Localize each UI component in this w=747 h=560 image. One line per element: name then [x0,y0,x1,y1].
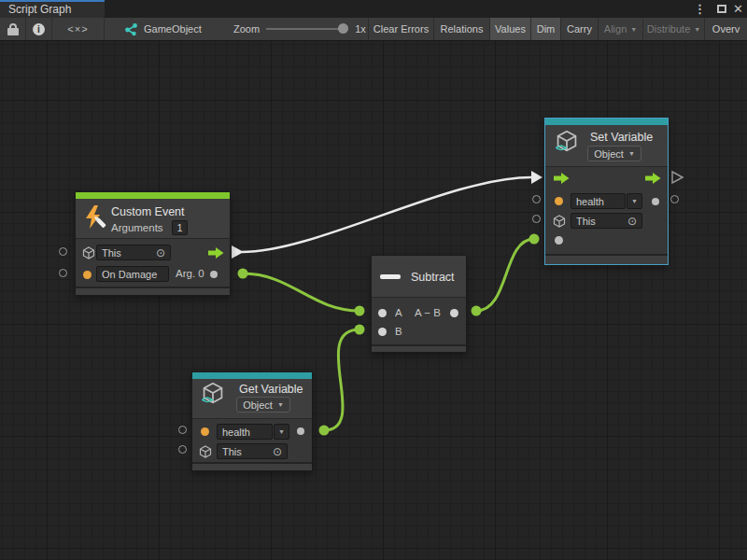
input-a-label: A [395,307,402,318]
graph-target-label: GameObject [144,23,202,35]
port-pin-customevent-this[interactable] [59,247,67,256]
node-title: Get Variable [239,383,303,396]
port-pin-setvariable-out[interactable] [670,195,679,203]
target-field[interactable]: This ⊙ [217,443,288,459]
output-port[interactable] [450,309,458,317]
variable-name-dropdown-caret[interactable]: ▼ [274,424,289,440]
zoom-value: 1x [355,23,366,35]
target-picker-icon[interactable]: ⊙ [273,447,282,456]
overview-button[interactable]: Overv [704,18,747,40]
input-a-port[interactable] [378,309,387,317]
variable-name-port[interactable] [555,197,563,205]
variable-name-dropdown-caret[interactable]: ▼ [627,193,642,209]
variable-icon: <> [553,130,583,158]
node-title: Set Variable [590,131,653,144]
window-maximize-icon[interactable] [717,0,726,18]
variable-scope-dropdown[interactable]: Object ▼ [236,397,290,413]
node-footer [545,254,668,264]
gameobject-cube-icon [553,215,566,228]
node-subtract[interactable]: Subtract A A − B B [371,255,467,353]
caret-down-icon: ▼ [630,26,637,33]
edit-code-button[interactable]: <×> [52,18,105,40]
event-accent-bar [76,192,230,199]
variable-name-field[interactable]: health [571,193,626,209]
event-name-field[interactable]: On Damage [96,266,169,282]
target-field[interactable]: This ⊙ [571,213,642,229]
caret-down-icon: ▼ [277,401,284,408]
minus-icon [380,274,401,279]
node-title: Subtract [411,271,455,284]
tab-title: Script Graph [8,3,71,16]
lock-button[interactable] [0,18,26,40]
graph-target-breadcrumb[interactable]: GameObject [124,18,202,40]
port-pin-customevent-name[interactable] [59,269,67,277]
variable-accent-bar [545,119,668,125]
node-footer [76,287,230,295]
custom-event-icon [82,204,108,231]
target-picker-icon[interactable]: ⊙ [627,217,637,226]
node-get-variable[interactable]: <> Get Variable Object ▼ health ▼ This ⊙ [191,371,313,471]
variable-brackets-icon: <> [556,142,566,153]
flow-output-port[interactable] [645,173,661,184]
window-menu-icon[interactable]: ⋮ [694,0,706,18]
align-dropdown[interactable]: Align▼ [598,18,642,40]
variable-accent-bar [192,372,312,379]
dim-toggle[interactable]: Dim [530,18,560,40]
arguments-label: Arguments [111,222,163,233]
clear-errors-button[interactable]: Clear Errors [368,18,433,40]
node-footer [192,462,312,470]
variable-scope-dropdown[interactable]: Object ▼ [587,146,641,161]
port-pin-getvariable-name[interactable] [178,426,187,434]
output-label: A − B [415,307,441,318]
maximize-glyph [717,5,726,13]
zoom-slider-thumb[interactable] [338,23,348,34]
port-pin-setvariable-this[interactable] [532,215,541,223]
target-field[interactable]: This ⊙ [96,245,171,260]
flow-input-port[interactable] [554,173,570,184]
value-output-port[interactable] [652,198,659,205]
value-output-port[interactable] [297,427,304,435]
lock-icon [7,23,19,35]
variable-icon: <> [199,382,229,410]
new-value-input-port[interactable] [555,236,563,245]
tab-script-graph[interactable]: Script Graph [0,0,105,18]
script-graph-window: Script Graph ⋮ ✕ i <×> GameObject Zoom [0,0,747,560]
node-footer [372,344,466,352]
input-b-label: B [395,326,402,337]
zoom-control: Zoom 1x [233,18,366,40]
input-b-port[interactable] [378,328,387,336]
info-icon: i [33,23,45,35]
zoom-label: Zoom [233,23,260,35]
port-pin-setvariable-name-in[interactable] [532,195,541,203]
tab-strip: Script Graph ⋮ ✕ [0,0,747,18]
gameobject-cube-icon [199,445,212,458]
info-button[interactable]: i [26,18,52,40]
target-picker-icon[interactable]: ⊙ [156,248,165,258]
arg0-label: Arg. 0 [176,268,204,279]
carry-toggle[interactable]: Carry [560,18,598,40]
arguments-input[interactable]: 1 [172,220,188,235]
caret-down-icon: ▼ [628,150,635,157]
zoom-slider[interactable] [266,28,348,30]
port-pin-getvariable-this[interactable] [178,445,187,454]
window-close-icon[interactable]: ✕ [733,0,743,18]
graph-icon [124,22,138,36]
node-title: Custom Event [111,205,185,218]
variable-brackets-icon: <> [202,394,212,405]
distribute-dropdown[interactable]: Distribute▼ [642,18,704,40]
event-name-port[interactable] [83,271,92,279]
node-set-variable[interactable]: <> Set Variable Object ▼ health ▼ This ⊙ [544,118,669,265]
variable-name-port[interactable] [201,427,209,436]
flow-output-port[interactable] [208,247,224,259]
values-toggle[interactable]: Values [489,18,530,40]
graph-toolbar: i <×> GameObject Zoom 1x Clear Errors Re… [0,18,747,41]
caret-down-icon: ▼ [694,26,700,33]
toolbar-buttons: Clear Errors Relations Values Dim Carry … [368,18,747,40]
variable-name-field[interactable]: health [217,424,273,440]
relations-button[interactable]: Relations [433,18,489,40]
gameobject-cube-icon [82,246,95,259]
arg0-output-port[interactable] [210,271,218,278]
node-custom-event[interactable]: Custom Event Arguments 1 This ⊙ On Damag… [75,191,231,296]
